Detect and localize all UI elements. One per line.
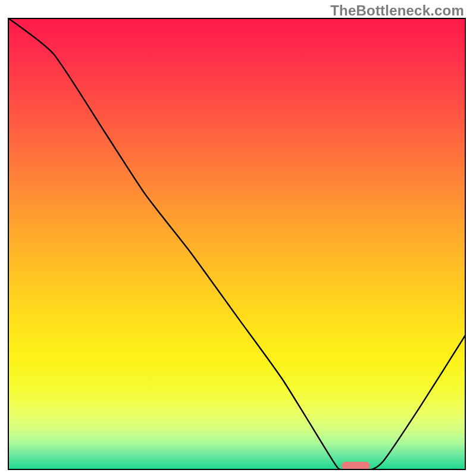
gradient-background <box>8 18 466 470</box>
chart-frame <box>8 18 466 470</box>
watermark-text: TheBottleneck.com <box>330 2 464 19</box>
axis-right <box>465 18 466 470</box>
axis-bottom <box>8 469 466 470</box>
axis-left <box>8 18 9 470</box>
chart-stage: TheBottleneck.com <box>0 0 476 476</box>
